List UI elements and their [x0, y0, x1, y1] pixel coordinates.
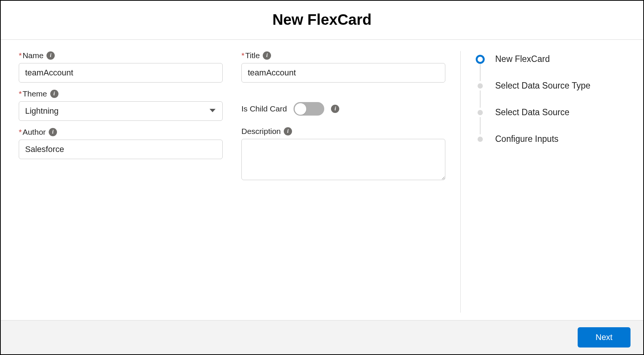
wizard-step-list: New FlexCard Select Data Source Type Sel… — [476, 54, 625, 144]
step-connector — [480, 90, 481, 108]
step-label: Configure Inputs — [495, 134, 559, 144]
theme-select[interactable]: Lightning — [19, 101, 223, 121]
required-marker: * — [19, 51, 22, 60]
info-icon[interactable]: i — [49, 128, 57, 136]
name-label: Name — [22, 51, 43, 60]
step-connector — [480, 117, 481, 134]
dialog-footer: Next — [1, 320, 643, 354]
title-label: Title — [245, 51, 260, 60]
step-label: Select Data Source Type — [495, 81, 590, 91]
child-card-label: Is Child Card — [241, 104, 287, 113]
step-connector — [480, 64, 481, 81]
theme-select-wrap: Lightning — [19, 101, 223, 121]
author-input[interactable] — [19, 140, 223, 159]
step-marker-active — [476, 55, 485, 64]
form-left-column: *Name i *Theme i Lightning — [19, 51, 223, 313]
wizard-steps-panel: New FlexCard Select Data Source Type Sel… — [460, 51, 625, 313]
info-icon[interactable]: i — [46, 51, 55, 60]
theme-field: *Theme i Lightning — [19, 89, 223, 121]
child-card-toggle[interactable] — [294, 102, 324, 116]
theme-label: Theme — [22, 89, 47, 98]
step-label: New FlexCard — [495, 54, 550, 64]
author-label: Author — [22, 128, 46, 136]
title-field: *Title i — [241, 51, 445, 83]
name-field: *Name i — [19, 51, 223, 83]
child-card-row: Is Child Card i — [241, 102, 445, 116]
dialog-title: New FlexCard — [1, 11, 643, 28]
name-input[interactable] — [19, 63, 223, 83]
new-flexcard-dialog: New FlexCard *Name i *Theme i — [0, 0, 644, 355]
form-right-column: *Title i Is Child Card i Description i — [241, 51, 445, 313]
description-field: Description i — [241, 127, 445, 182]
toggle-knob — [295, 103, 306, 115]
step-label: Select Data Source — [495, 107, 569, 117]
title-label-row: *Title i — [241, 51, 445, 60]
wizard-step[interactable]: Select Data Source Type — [476, 81, 625, 107]
author-field: *Author i — [19, 128, 223, 159]
description-label-row: Description i — [241, 127, 445, 136]
required-marker: * — [241, 51, 244, 60]
info-icon[interactable]: i — [263, 51, 271, 60]
description-textarea[interactable] — [241, 139, 445, 180]
title-input[interactable] — [241, 63, 445, 83]
step-marker-pending — [478, 83, 483, 89]
required-marker: * — [19, 128, 22, 136]
next-button[interactable]: Next — [578, 327, 631, 347]
info-icon[interactable]: i — [284, 127, 292, 135]
wizard-step[interactable]: New FlexCard — [476, 54, 625, 81]
form-columns: *Name i *Theme i Lightning — [19, 51, 445, 313]
dialog-header: New FlexCard — [1, 1, 643, 40]
name-label-row: *Name i — [19, 51, 223, 60]
theme-label-row: *Theme i — [19, 89, 223, 98]
description-label: Description — [241, 127, 281, 136]
wizard-step[interactable]: Configure Inputs — [476, 134, 625, 144]
step-marker-pending — [478, 110, 483, 115]
author-label-row: *Author i — [19, 128, 223, 137]
step-marker-pending — [478, 137, 483, 142]
dialog-body: *Name i *Theme i Lightning — [1, 40, 643, 320]
required-marker: * — [19, 89, 22, 98]
wizard-step[interactable]: Select Data Source — [476, 107, 625, 134]
info-icon[interactable]: i — [331, 105, 339, 113]
info-icon[interactable]: i — [50, 90, 58, 98]
